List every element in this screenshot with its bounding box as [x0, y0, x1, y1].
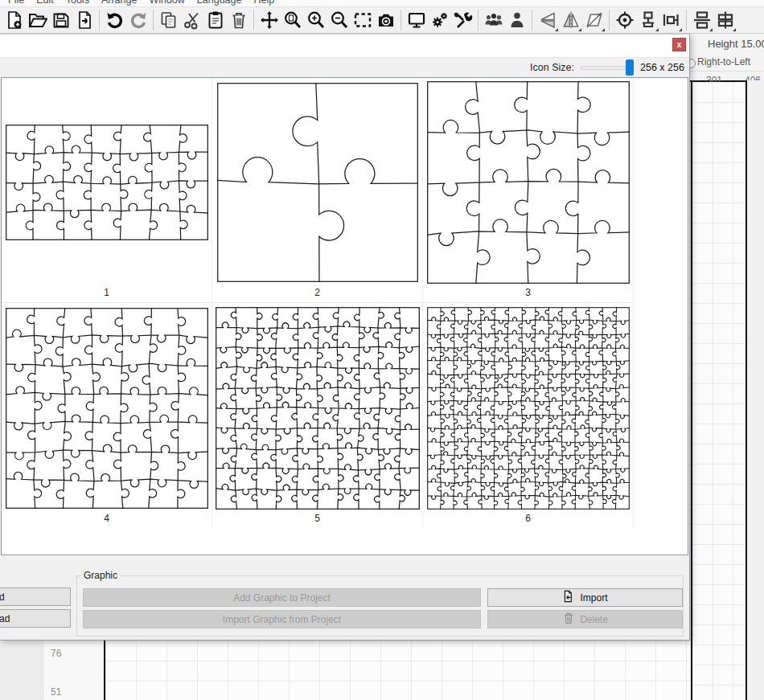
person-icon[interactable]: [506, 10, 528, 31]
puzzle-thumbnail-5[interactable]: 5: [212, 303, 423, 528]
puzzle-thumbnail-1[interactable]: 1: [2, 78, 212, 303]
marquee-icon[interactable]: [351, 10, 373, 31]
align-center-icon[interactable]: [614, 10, 635, 31]
right-to-left-label: Right-to-Left: [697, 56, 750, 68]
puzzle-image-3: [423, 78, 633, 287]
zoom-out-icon[interactable]: [328, 10, 350, 31]
canvas-grid[interactable]: [692, 82, 746, 700]
puzzle-thumbnail-3[interactable]: 3: [423, 78, 634, 303]
import-file-icon[interactable]: [73, 10, 95, 31]
left-ruler-tick: 51: [51, 686, 61, 698]
puzzle-thumbnail-2[interactable]: 2: [212, 78, 423, 303]
menubar: FileEditToolsArrangeWindowLanguageHelp: [0, 0, 764, 6]
puzzle-thumbnail-6[interactable]: 6: [423, 303, 634, 528]
puzzle-image-5: [212, 303, 422, 513]
icon-size-value: 256 x 256: [640, 62, 685, 73]
button-label: Import: [580, 592, 607, 604]
paste-icon[interactable]: [204, 10, 226, 31]
trash-icon[interactable]: [228, 10, 249, 31]
redo-icon[interactable]: [127, 10, 149, 31]
toolbar-separator: [532, 10, 532, 31]
puzzle-label: 1: [2, 287, 212, 302]
puzzle-label: 5: [212, 513, 422, 528]
left-clipped-button-1[interactable]: d: [0, 587, 71, 606]
slider-handle[interactable]: [626, 59, 634, 76]
canvas-grid[interactable]: [105, 641, 690, 700]
new-file-icon[interactable]: [3, 10, 25, 31]
add-graphic-to-project-button[interactable]: Add Graphic to Project: [83, 588, 481, 607]
toolbar-separator: [400, 10, 401, 31]
side-panel: [0, 641, 45, 700]
puzzle-image-1: [2, 78, 212, 287]
left-clipped-button-2[interactable]: ad: [0, 609, 71, 628]
icon-size-bar: Icon Size: 256 x 256: [0, 57, 689, 78]
move-icon[interactable]: [258, 10, 280, 31]
distribute-vertical-icon[interactable]: [691, 10, 713, 31]
thumbnail-panel: 123 456: [1, 77, 688, 555]
monitor-icon[interactable]: [405, 10, 427, 31]
app-window: FileEditToolsArrangeWindowLanguageHelp H…: [0, 0, 764, 700]
toolbar-separator: [99, 10, 100, 31]
toolbar-separator: [609, 10, 610, 31]
dialog-titlebar: [0, 35, 689, 58]
left-ruler-tick: 76: [51, 648, 61, 659]
puzzle-label: 4: [2, 513, 212, 528]
canvas-margin: [747, 80, 764, 700]
zoom-in-icon[interactable]: [305, 10, 327, 31]
button-label: d: [0, 592, 5, 603]
puzzle-thumbnail-4[interactable]: 4: [2, 303, 212, 528]
menu-tools[interactable]: Tools: [66, 0, 89, 6]
import-graphic-from-project-button[interactable]: Import Graphic from Project: [83, 610, 481, 628]
skew-icon[interactable]: [583, 10, 605, 31]
puzzle-label: 3: [423, 287, 633, 302]
undo-icon[interactable]: [104, 10, 125, 31]
copy-icon[interactable]: [158, 10, 179, 31]
right-to-left-radio[interactable]: [690, 59, 696, 68]
background-canvas-bottom: 76 51: [0, 641, 690, 700]
close-button[interactable]: x: [672, 38, 686, 51]
group-people-icon[interactable]: [483, 10, 504, 31]
graphic-library-dialog: x Icon Size: 256 x 256 123 456 Graphic d…: [0, 34, 690, 641]
open-folder-icon[interactable]: [27, 10, 48, 31]
distribute-horizontal-icon[interactable]: [660, 10, 682, 31]
menu-language[interactable]: Language: [197, 0, 242, 6]
button-label: ad: [0, 613, 10, 624]
button-label: Import Graphic from Project: [223, 614, 341, 625]
align-stamp-icon[interactable]: [637, 10, 659, 31]
camera-icon[interactable]: [375, 10, 396, 31]
background-canvas-right: Height 15.00 Right-to-Left 301 406: [690, 34, 764, 700]
button-label: Delete: [580, 614, 608, 625]
menu-arrange[interactable]: Arrange: [101, 0, 137, 6]
toolbar-separator: [686, 10, 687, 31]
cut-icon[interactable]: [181, 10, 203, 31]
canvas-right-border: [746, 80, 747, 700]
graphic-group-label: Graphic: [80, 570, 121, 581]
height-label: Height 15.00: [708, 38, 764, 50]
mirror-horizontal-icon[interactable]: [560, 10, 581, 31]
import-button[interactable]: Import: [487, 588, 683, 607]
puzzle-label: 2: [212, 287, 422, 302]
save-icon[interactable]: [50, 10, 72, 31]
menu-window[interactable]: Window: [149, 0, 184, 6]
puzzle-label: 6: [423, 513, 633, 528]
toolbar: [0, 6, 764, 34]
menu-file[interactable]: File: [8, 0, 24, 6]
tools-icon[interactable]: [452, 10, 474, 31]
toolbar-separator: [478, 10, 479, 31]
trash-icon: [562, 612, 575, 627]
puzzle-image-6: [423, 303, 633, 513]
toolbar-separator: [153, 10, 154, 31]
slider-track[interactable]: [581, 66, 632, 70]
settings-icon[interactable]: [429, 10, 450, 31]
menu-edit[interactable]: Edit: [36, 0, 54, 6]
flip-vertical-icon[interactable]: [536, 10, 558, 31]
zoom-page-icon[interactable]: [281, 10, 303, 31]
align-extra-icon[interactable]: [714, 10, 736, 31]
toolbar-separator: [253, 10, 254, 31]
icon-size-slider[interactable]: [581, 59, 634, 76]
delete-button[interactable]: Delete: [487, 610, 683, 628]
icon-size-label: Icon Size:: [530, 62, 574, 73]
import-icon: [562, 590, 575, 605]
divider: [690, 71, 764, 72]
menu-help[interactable]: Help: [253, 0, 274, 6]
